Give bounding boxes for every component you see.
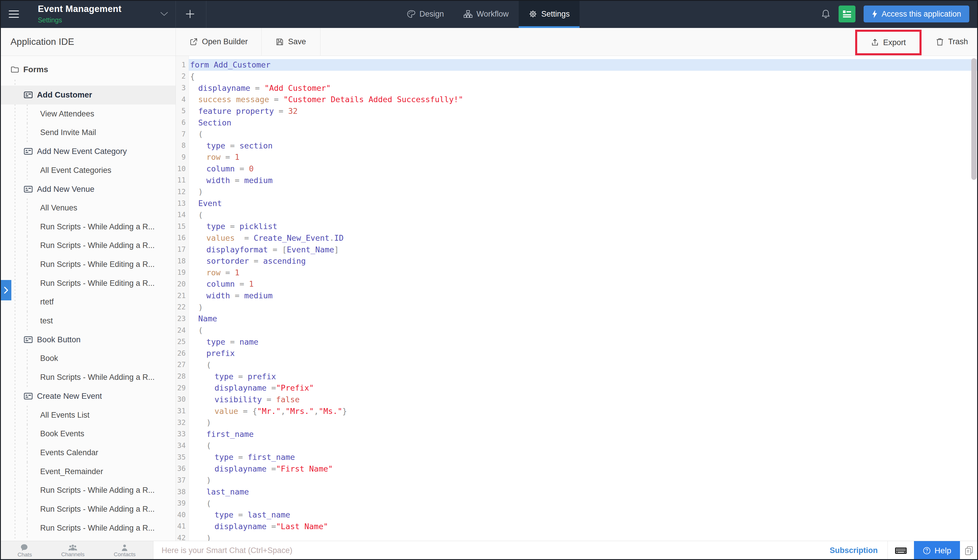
- sidebar-item-all-events-list[interactable]: All Events List: [0, 406, 175, 425]
- chats-button[interactable]: Chats: [17, 544, 32, 558]
- sidebar-item-send-invite-mail[interactable]: Send Invite Mail: [0, 123, 175, 142]
- sidebar-item-add-new-event-category[interactable]: Add New Event Category: [0, 142, 175, 161]
- tab-settings[interactable]: Settings: [519, 0, 580, 28]
- contacts-button[interactable]: Contacts: [114, 544, 136, 557]
- copy-docs-button[interactable]: [964, 546, 974, 556]
- sidebar-item-add-new-venue[interactable]: Add New Venue: [0, 180, 175, 198]
- code-line-30[interactable]: 30visibility = false: [176, 394, 978, 405]
- hamburger-menu-button[interactable]: [9, 8, 21, 20]
- editor-scrollbar[interactable]: [971, 58, 976, 180]
- sidebar-item-book[interactable]: Book: [0, 349, 175, 368]
- code-line-33[interactable]: 33first_name: [176, 428, 978, 440]
- code-line-27[interactable]: 27(: [176, 359, 978, 371]
- sidebar-item-book-events[interactable]: Book Events: [0, 424, 175, 443]
- code-line-15[interactable]: 15type = picklist: [176, 221, 978, 232]
- code-editor[interactable]: 1form Add_Customer2{3displayname = "Add …: [176, 56, 978, 541]
- code-line-32[interactable]: 32): [176, 417, 978, 428]
- code-line-36[interactable]: 36displayname ="First Name": [176, 463, 978, 475]
- trash-button[interactable]: Trash: [930, 28, 974, 56]
- sidebar-item-run-scripts-while-adding-a-r[interactable]: Run Scripts - While Adding a R...: [0, 236, 175, 255]
- code-line-5[interactable]: 5feature property = 32: [176, 105, 978, 117]
- code-line-39[interactable]: 39(: [176, 497, 978, 509]
- line-number: 4: [176, 95, 188, 103]
- code-line-7[interactable]: 7(: [176, 128, 978, 140]
- code-line-2[interactable]: 2{: [176, 71, 978, 82]
- line-number: 23: [176, 315, 188, 323]
- tab-design[interactable]: Design: [397, 0, 454, 28]
- code-line-18[interactable]: 18sortorder = ascending: [176, 255, 978, 267]
- code-line-34[interactable]: 34(: [176, 440, 978, 452]
- code-line-42[interactable]: 42): [176, 532, 978, 541]
- sidebar-item-book-button[interactable]: Book Button: [0, 330, 175, 349]
- code-line-13[interactable]: 13Event: [176, 198, 978, 209]
- sidebar-item-run-scripts-while-adding-a-r[interactable]: Run Scripts - While Adding a R...: [0, 217, 175, 236]
- code-line-41[interactable]: 41displayname ="Last Name": [176, 521, 978, 532]
- sidebar-item-run-scripts-while-adding-a-r[interactable]: Run Scripts - While Adding a R...: [0, 368, 175, 387]
- channels-button[interactable]: Channels: [61, 544, 84, 557]
- sidebar-item-events-calendar[interactable]: Events Calendar: [0, 443, 175, 462]
- lightning-icon: [872, 10, 878, 18]
- new-application-button[interactable]: [183, 8, 197, 20]
- code-line-31[interactable]: 31value = {"Mr.","Mrs.","Ms."}: [176, 405, 978, 417]
- code-line-37[interactable]: 37): [176, 475, 978, 486]
- keyboard-shortcuts-button[interactable]: [895, 547, 907, 555]
- code-line-19[interactable]: 19row = 1: [176, 267, 978, 278]
- code-line-17[interactable]: 17displayformat = [Event_Name]: [176, 243, 978, 255]
- code-line-11[interactable]: 11width = medium: [176, 174, 978, 186]
- code-line-24[interactable]: 24(: [176, 325, 978, 336]
- code-text: success message = "Customer Details Adde…: [188, 94, 978, 105]
- open-builder-button[interactable]: Open Builder: [176, 28, 262, 56]
- sidebar-item-run-scripts-while-adding-a-r[interactable]: Run Scripts - While Adding a R...: [0, 519, 175, 538]
- sheet-view-button[interactable]: [838, 5, 855, 22]
- contacts-label: Contacts: [114, 552, 136, 557]
- code-line-12[interactable]: 12): [176, 186, 978, 198]
- code-line-22[interactable]: 22): [176, 301, 978, 313]
- code-line-4[interactable]: 4success message = "Customer Details Add…: [176, 94, 978, 105]
- sidebar-item-test[interactable]: test: [0, 312, 175, 330]
- app-subtitle: Settings: [38, 16, 122, 24]
- sidebar-item-view-attendees[interactable]: View Attendees: [0, 105, 175, 123]
- tab-workflow[interactable]: Workflow: [454, 0, 519, 28]
- sidebar-root-forms[interactable]: Forms: [0, 62, 48, 77]
- code-line-26[interactable]: 26prefix: [176, 348, 978, 359]
- code-line-21[interactable]: 21width = medium: [176, 290, 978, 302]
- sidebar-item-rtetf[interactable]: rtetf: [0, 293, 175, 312]
- code-line-28[interactable]: 28type = prefix: [176, 370, 978, 382]
- code-line-35[interactable]: 35type = first_name: [176, 452, 978, 463]
- line-number: 7: [176, 130, 188, 138]
- sidebar-item-run-scripts-while-editing-a-r[interactable]: Run Scripts - While Editing a R...: [0, 255, 175, 274]
- code-line-29[interactable]: 29displayname ="Prefix": [176, 382, 978, 394]
- code-line-20[interactable]: 20column = 1: [176, 278, 978, 290]
- subscription-link[interactable]: Subscription: [830, 546, 878, 555]
- code-line-14[interactable]: 14(: [176, 209, 978, 221]
- code-line-38[interactable]: 38last_name: [176, 486, 978, 498]
- sidebar-item-run-scripts-while-editing-a-r[interactable]: Run Scripts - While Editing a R...: [0, 274, 175, 293]
- code-line-10[interactable]: 10column = 0: [176, 163, 978, 175]
- code-line-16[interactable]: 16values = Create_New_Event.ID: [176, 232, 978, 244]
- code-line-8[interactable]: 8type = section: [176, 140, 978, 152]
- open-builder-label: Open Builder: [202, 37, 248, 46]
- expand-sidebar-button[interactable]: [1, 280, 12, 300]
- sidebar-item-add-customer[interactable]: Add Customer: [0, 85, 175, 105]
- sidebar-item-create-new-event[interactable]: Create New Event: [0, 387, 175, 406]
- help-button[interactable]: Help: [914, 541, 960, 560]
- save-button[interactable]: Save: [262, 28, 320, 56]
- access-application-button[interactable]: Access this application: [864, 5, 969, 22]
- code-line-1[interactable]: 1form Add_Customer: [176, 59, 978, 71]
- export-button[interactable]: Export: [857, 32, 920, 53]
- chevron-down-icon[interactable]: [160, 12, 168, 16]
- code-line-40[interactable]: 40type = last_name: [176, 509, 978, 521]
- code-line-23[interactable]: 23Name: [176, 313, 978, 325]
- sidebar-item-all-venues[interactable]: All Venues: [0, 198, 175, 217]
- sidebar-item-all-event-categories[interactable]: All Event Categories: [0, 161, 175, 180]
- notifications-button[interactable]: [821, 9, 830, 19]
- sidebar-item-run-scripts-while-adding-a-r[interactable]: Run Scripts - While Adding a R...: [0, 500, 175, 519]
- code-line-25[interactable]: 25type = name: [176, 336, 978, 348]
- sidebar-item-run-scripts-while-adding-a-r[interactable]: Run Scripts - While Adding a R...: [0, 481, 175, 500]
- code-line-3[interactable]: 3displayname = "Add Customer": [176, 82, 978, 94]
- sidebar-item-event-remainder[interactable]: Event_Remainder: [0, 462, 175, 481]
- smart-chat-input[interactable]: [161, 546, 826, 555]
- code-line-6[interactable]: 6Section: [176, 117, 978, 128]
- code-text: ): [188, 301, 978, 313]
- code-line-9[interactable]: 9row = 1: [176, 152, 978, 163]
